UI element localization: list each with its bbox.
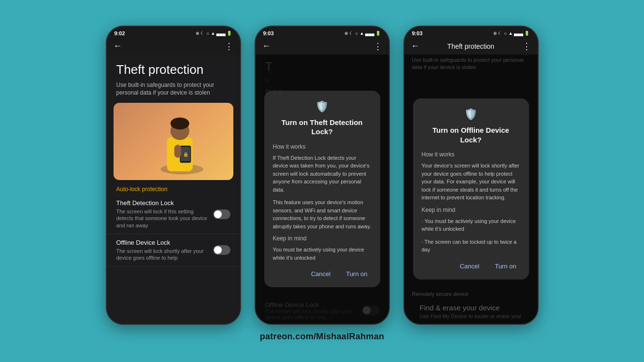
- phone1-subtitle: Use built-in safeguards to protect your …: [107, 81, 240, 103]
- svg-rect-6: [174, 145, 181, 158]
- dialog-title-2: Turn on Theft Detection Lock?: [273, 118, 372, 137]
- offline-device-title: Offline Device Lock: [116, 239, 230, 246]
- theft-detection-toggle[interactable]: [213, 209, 230, 219]
- phone2-bg-content: T U Theft Detection Lock d 🛡️ Turn on Th…: [256, 55, 389, 324]
- dialog-bullet1-3: · You must be actively using your device…: [422, 217, 520, 233]
- status-icons-3: ⊕ ☾ ☼ ▲ ▄▄▄ 🔋: [493, 31, 530, 36]
- dialog-section2-3: Keep in mind: [422, 207, 520, 213]
- hero-image: 🔒: [114, 103, 233, 180]
- top-nav-3: ← Theft protection ⋮: [404, 38, 538, 55]
- dialog-section1-2: How it works: [273, 143, 372, 150]
- phone-2: 9:03 ⊕ ☾ ☼ ▲ ▄▄▄ 🔋 ← ⋮ T U Theft Detecti…: [255, 26, 390, 325]
- dialog-body3-2: You must be actively using your device w…: [273, 246, 372, 262]
- svg-point-7: [170, 117, 189, 129]
- dialog-overlay-2: 🛡️ Turn on Theft Detection Lock? How it …: [256, 55, 389, 324]
- dialog-shield-icon-2: 🛡️: [273, 100, 372, 113]
- more-icon-3[interactable]: ⋮: [522, 41, 531, 52]
- section-label-1: Auto-lock protection: [107, 180, 240, 195]
- dialog-body1-3: Your device's screen will lock shortly a…: [422, 162, 520, 202]
- status-icons-1: ⊕ ☾ ☼ ▲ ▄▄▄ 🔋: [196, 31, 232, 36]
- offline-device-setting: Offline Device Lock The screen will lock…: [107, 234, 240, 267]
- phone1-content: Theft protection Use built-in safeguards…: [107, 55, 240, 324]
- cancel-button-2[interactable]: Cancel: [307, 268, 334, 279]
- dialog-section1-3: How it works: [422, 151, 520, 158]
- turnon-button-2[interactable]: Turn on: [342, 268, 371, 279]
- time-2: 9:03: [263, 30, 274, 36]
- phone-3: 9:03 ⊕ ☾ ☼ ▲ ▄▄▄ 🔋 ← Theft protection ⋮ …: [403, 26, 539, 325]
- top-nav-1: ← ⋮: [107, 38, 240, 55]
- svg-text:🔒: 🔒: [183, 152, 189, 157]
- status-bar-3: 9:03 ⊕ ☾ ☼ ▲ ▄▄▄ 🔋: [404, 27, 538, 38]
- turnon-button-3[interactable]: Turn on: [491, 261, 520, 272]
- dialog-section2-2: Keep in mind: [273, 235, 372, 242]
- back-arrow-icon-1[interactable]: ←: [114, 41, 122, 51]
- dialog-bullet2-3: · The screen can be locked up to twice a…: [422, 238, 520, 254]
- dialog-title-3: Turn on Offline Device Lock?: [422, 125, 520, 144]
- phone1-big-title: Theft protection: [107, 55, 240, 81]
- dialog-body2-2: This feature uses your device's motion s…: [273, 198, 372, 230]
- phones-container: 9:02 ⊕ ☾ ☼ ▲ ▄▄▄ 🔋 ← ⋮ Theft protection …: [106, 26, 539, 325]
- dialog-shield-icon-3: 🛡️: [422, 108, 520, 121]
- dialog-overlay-3: 🛡️ Turn on Offline Device Lock? How it w…: [404, 55, 538, 324]
- theft-detection-dialog: 🛡️ Turn on Theft Detection Lock? How it …: [264, 91, 380, 288]
- theft-detection-row: Theft Detection Lock The screen will loc…: [116, 199, 230, 229]
- hero-illustration: 🔒: [114, 103, 233, 180]
- theft-detection-setting: Theft Detection Lock The screen will loc…: [107, 195, 240, 234]
- theft-detection-title: Theft Detection Lock: [116, 199, 230, 207]
- status-icons-2: ⊕ ☾ ☼ ▲ ▄▄▄ 🔋: [344, 31, 381, 36]
- cancel-button-3[interactable]: Cancel: [456, 261, 483, 272]
- footer-text: patreon.com/MishaalRahman: [260, 332, 385, 342]
- back-arrow-icon-2[interactable]: ←: [262, 41, 271, 51]
- top-nav-2: ← ⋮: [256, 38, 389, 55]
- time-1: 9:02: [114, 30, 125, 36]
- dialog-actions-3: Cancel Turn on: [422, 261, 520, 272]
- offline-device-row: Offline Device Lock The screen will lock…: [116, 239, 230, 262]
- time-3: 9:03: [412, 30, 423, 36]
- status-bar-2: 9:03 ⊕ ☾ ☼ ▲ ▄▄▄ 🔋: [256, 27, 389, 38]
- offline-device-dialog: 🛡️ Turn on Offline Device Lock? How it w…: [413, 98, 529, 279]
- phone-1: 9:02 ⊕ ☾ ☼ ▲ ▄▄▄ 🔋 ← ⋮ Theft protection …: [106, 26, 241, 325]
- offline-device-toggle[interactable]: [213, 245, 230, 255]
- dialog-actions-2: Cancel Turn on: [273, 268, 372, 279]
- status-bar-1: 9:02 ⊕ ☾ ☼ ▲ ▄▄▄ 🔋: [107, 27, 240, 38]
- back-arrow-icon-3[interactable]: ←: [411, 41, 420, 51]
- phone3-content: Use built-in safeguards to protect your …: [404, 55, 538, 324]
- dialog-body1-2: If Theft Detection Lock detects your dev…: [273, 154, 372, 194]
- more-icon-1[interactable]: ⋮: [225, 41, 233, 52]
- more-icon-2[interactable]: ⋮: [373, 41, 382, 52]
- nav-title-3: Theft protection: [420, 42, 522, 50]
